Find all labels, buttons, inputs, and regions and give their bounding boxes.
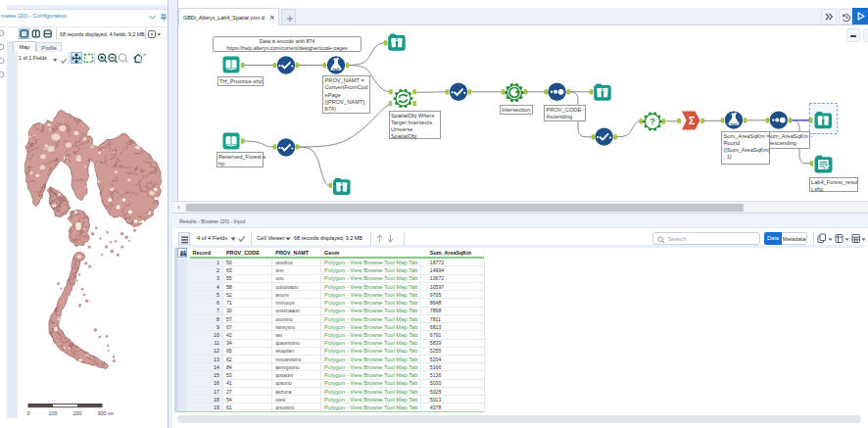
svg-text:100: 100 (49, 410, 58, 416)
svg-text:200: 200 (73, 410, 82, 416)
svg-text:?: ? (650, 117, 655, 126)
svg-text:mi: mi (108, 410, 114, 416)
svg-text:0: 0 (27, 410, 30, 416)
svg-text:300: 300 (98, 410, 107, 416)
svg-text:Σ: Σ (689, 115, 696, 126)
